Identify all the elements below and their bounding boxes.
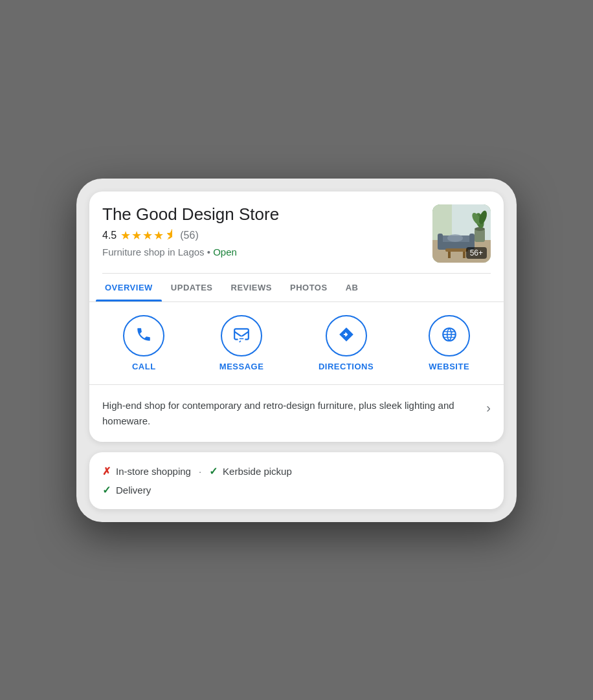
star-1: ★: [120, 228, 131, 243]
header-section: The Good Design Store 4.5 ★ ★ ★ ★ ⯨ (56)…: [89, 191, 504, 273]
rating-number: 4.5: [102, 230, 117, 241]
amenities-card: ✗ In-store shopping · ✓ Kerbside pickup …: [89, 452, 504, 509]
tab-about[interactable]: AB: [337, 274, 368, 301]
dot-separator: •: [207, 246, 213, 257]
directions-button[interactable]: DIRECTIONS: [319, 315, 374, 371]
open-status: Open: [213, 246, 237, 257]
message-label: MESSAGE: [219, 362, 264, 371]
tabs-section: OVERVIEW UPDATES REVIEWS PHOTOS AB: [89, 274, 504, 301]
business-card: The Good Design Store 4.5 ★ ★ ★ ★ ⯨ (56)…: [89, 191, 504, 442]
category-row: Furniture shop in Lagos • Open: [102, 246, 432, 257]
x-icon-shopping: ✗: [102, 465, 111, 477]
category-text: Furniture shop in Lagos: [102, 246, 205, 257]
description-section: High-end shop for contemporary and retro…: [89, 385, 504, 442]
photo-count-badge: 56+: [466, 247, 487, 259]
amenity-label-kerbside: Kerbside pickup: [223, 466, 292, 477]
message-circle: [221, 315, 262, 356]
phone-icon: [135, 326, 152, 345]
star-3: ★: [142, 228, 153, 243]
actions-section: CALL MESSAGE: [89, 302, 504, 384]
dot-separator: ·: [199, 466, 201, 477]
check-icon-delivery: ✓: [102, 484, 111, 496]
svg-rect-5: [438, 234, 443, 250]
globe-icon: [441, 326, 458, 345]
message-icon: [233, 326, 250, 345]
star-5-half: ⯨: [164, 228, 176, 243]
chevron-right-icon[interactable]: ›: [486, 400, 491, 415]
header-info: The Good Design Store 4.5 ★ ★ ★ ★ ⯨ (56)…: [102, 204, 432, 257]
rating-row: 4.5 ★ ★ ★ ★ ⯨ (56): [102, 228, 432, 243]
tab-updates[interactable]: UPDATES: [162, 274, 222, 301]
photo-thumbnail[interactable]: 56+: [432, 204, 491, 263]
tab-overview[interactable]: OVERVIEW: [96, 274, 162, 301]
directions-icon: [338, 326, 355, 345]
svg-point-7: [447, 234, 463, 242]
svg-rect-13: [445, 248, 468, 252]
star-2: ★: [131, 228, 142, 243]
call-button[interactable]: CALL: [123, 315, 164, 371]
review-count: (56): [180, 230, 198, 241]
tab-photos[interactable]: PHOTOS: [281, 274, 337, 301]
svg-rect-14: [448, 252, 451, 258]
store-name: The Good Design Store: [102, 204, 432, 224]
phone-frame: The Good Design Store 4.5 ★ ★ ★ ★ ⯨ (56)…: [76, 179, 517, 522]
star-4: ★: [153, 228, 164, 243]
tab-reviews[interactable]: REVIEWS: [222, 274, 281, 301]
amenity-label-delivery: Delivery: [116, 485, 151, 496]
directions-circle: [326, 315, 367, 356]
check-icon-kerbside: ✓: [209, 465, 218, 477]
website-button[interactable]: WEBSITE: [429, 315, 470, 371]
directions-label: DIRECTIONS: [319, 362, 374, 371]
amenity-label-shopping: In-store shopping: [116, 466, 191, 477]
stars: ★ ★ ★ ★ ⯨: [120, 228, 176, 243]
amenity-row-delivery: ✓ Delivery: [102, 484, 491, 496]
call-circle: [123, 315, 164, 356]
website-label: WEBSITE: [429, 362, 469, 371]
message-button[interactable]: MESSAGE: [219, 315, 264, 371]
call-label: CALL: [132, 362, 156, 371]
website-circle: [429, 315, 470, 356]
description-text: High-end shop for contemporary and retro…: [102, 398, 486, 429]
svg-rect-15: [463, 252, 465, 258]
amenity-row-shopping: ✗ In-store shopping · ✓ Kerbside pickup: [102, 465, 491, 477]
